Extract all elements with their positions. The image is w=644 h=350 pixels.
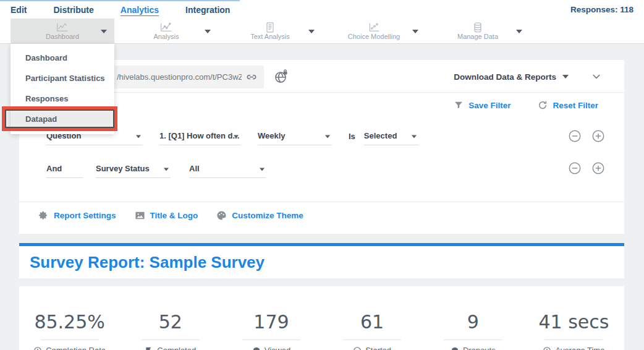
stat-label: Completed [157, 346, 196, 350]
menu-item-responses[interactable]: Responses [11, 88, 114, 109]
divider [19, 202, 624, 202]
collapse-chevron-icon[interactable] [591, 71, 602, 82]
customize-theme-button[interactable]: Customize Theme [216, 210, 303, 221]
menu-item-participant-statistics[interactable]: Participant Statistics [11, 68, 114, 88]
image-icon [135, 210, 145, 221]
nav-distribute[interactable]: Distribute [53, 4, 93, 15]
document-icon [264, 22, 276, 32]
top-edge-artifact [0, 0, 240, 1]
palette-icon [216, 210, 227, 221]
stat-value: 52 [159, 311, 182, 333]
trend-chart-icon [160, 22, 172, 32]
report-title: Survey Report: Sample Survey [19, 246, 624, 272]
filter-row-2-controls [568, 161, 605, 175]
filter-question-select[interactable]: 1. [Q1] How often d... [159, 131, 240, 145]
filter-conjunction-value: And [46, 164, 62, 173]
stat-label: Dropouts [463, 346, 496, 350]
menu-item-dashboard[interactable]: Dashboard [11, 48, 114, 68]
filter-operator-label: Is [349, 132, 355, 145]
report-actions-row: Report Settings Title & Logo Customize T… [38, 210, 303, 221]
nav-analytics[interactable]: Analytics [121, 4, 159, 15]
remove-filter-icon[interactable] [568, 161, 582, 175]
add-filter-icon[interactable] [591, 129, 605, 143]
app-screen: Edit Distribute Analytics Integration Re… [0, 0, 644, 350]
stat-label: Viewed [265, 346, 290, 350]
stat-value: 61 [360, 311, 384, 333]
share-right-group: Download Data & Reports [454, 71, 602, 82]
chevron-down-icon[interactable] [205, 30, 211, 33]
save-filter-button[interactable]: Save Filter [454, 100, 511, 110]
toolbar-text-analysis-label: Text Analysis [250, 33, 290, 40]
stat-completed: 52 Completed [120, 286, 221, 350]
stat-label: Average Time [555, 346, 604, 350]
toolbar-choice-modelling-label: Choice Modelling [348, 33, 400, 40]
divider [544, 339, 603, 340]
divider [444, 339, 502, 340]
viewed-icon [252, 346, 261, 350]
stat-completion-rate: 85.25% Completion Rate [19, 286, 120, 350]
dropouts-icon [451, 346, 459, 350]
chevron-down-icon[interactable] [308, 30, 315, 33]
filter-status-field-select[interactable]: Survey Status [96, 164, 171, 178]
gear-icon [38, 210, 49, 221]
toolbar-manage-data-button[interactable]: Manage Data [426, 19, 530, 44]
filter-status-value-select[interactable]: All [189, 164, 266, 178]
stat-value: 41 secs [538, 311, 609, 333]
stat-viewed: 179 Viewed [221, 286, 321, 350]
chevron-down-icon[interactable] [412, 30, 418, 33]
divider [343, 339, 401, 340]
title-logo-label: Title & Logo [150, 211, 198, 220]
filter-row-1-controls [568, 129, 605, 143]
stat-value: 9 [467, 311, 479, 333]
responses-badge[interactable]: Responses: 118 [570, 5, 633, 14]
filter-status-field-value: Survey Status [96, 164, 150, 173]
filter-funnel-icon [454, 100, 464, 110]
database-icon [472, 22, 484, 32]
stats-card: 85.25% Completion Rate 52 Completed 179 … [19, 286, 624, 350]
stat-value: 85.25% [34, 311, 104, 333]
download-data-reports-button[interactable]: Download Data & Reports [454, 72, 556, 82]
save-filter-label: Save Filter [468, 101, 511, 110]
toolbar-analysis-button[interactable]: Analysis [114, 19, 218, 44]
reset-icon [538, 100, 548, 110]
filter-selection-select[interactable]: Selected [364, 131, 418, 145]
filter-question-value: 1. [Q1] How often d... [159, 131, 239, 140]
reset-filter-button[interactable]: Reset Filter [538, 100, 598, 110]
nav-integration[interactable]: Integration [185, 4, 230, 15]
dashboard-dropdown-menu: Dashboard Participant Statistics Respons… [11, 44, 114, 134]
remove-filter-icon[interactable] [568, 129, 582, 143]
chevron-down-icon[interactable] [516, 30, 522, 33]
globe-lock-icon[interactable] [274, 69, 289, 84]
nav-edit[interactable]: Edit [11, 4, 27, 15]
stat-started: 61 Started [322, 286, 423, 350]
divider [41, 339, 99, 340]
filter-answer-select[interactable]: Weekly [258, 131, 332, 145]
divider [142, 339, 200, 340]
toolbar-analysis-label: Analysis [154, 33, 179, 40]
chevron-down-icon[interactable] [562, 75, 569, 79]
stat-dropouts: 9 Dropouts [423, 286, 523, 350]
stat-label: Completion Rate [46, 346, 106, 350]
title-logo-button[interactable]: Title & Logo [135, 210, 198, 221]
started-icon [353, 346, 362, 350]
filter-actions: Save Filter Reset Filter [454, 100, 598, 110]
chevron-down-icon[interactable] [101, 30, 107, 33]
add-filter-icon[interactable] [591, 161, 605, 175]
reset-filter-label: Reset Filter [553, 101, 598, 110]
toolbar-choice-modelling-button[interactable]: Choice Modelling [322, 19, 426, 44]
report-settings-button[interactable]: Report Settings [38, 210, 116, 221]
report-title-card: Survey Report: Sample Survey [19, 243, 624, 278]
menu-item-datapad[interactable]: Datapad [11, 109, 114, 129]
line-chart-icon [56, 22, 69, 32]
toolbar-text-analysis-button[interactable]: Text Analysis [218, 19, 322, 44]
scatter-chart-icon [368, 22, 380, 32]
link-icon[interactable] [245, 71, 258, 83]
top-nav: Edit Distribute Analytics Integration Re… [0, 0, 644, 19]
customize-theme-label: Customize Theme [232, 211, 303, 220]
completed-icon [145, 346, 153, 350]
filter-selection-value: Selected [364, 131, 397, 140]
completion-rate-icon [33, 346, 42, 350]
stat-average-time: 41 secs Average Time [523, 286, 624, 350]
toolbar-dashboard-button[interactable]: Dashboard [11, 19, 114, 44]
filter-conjunction-select[interactable]: And [46, 164, 83, 178]
